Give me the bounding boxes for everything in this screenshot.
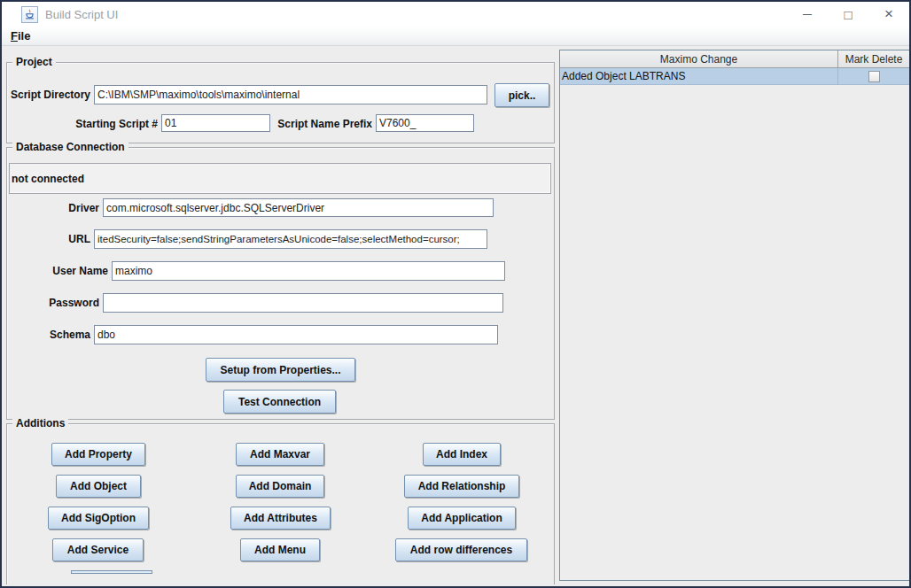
window-title: Build Script UI xyxy=(45,8,118,21)
schema-label: Schema xyxy=(2,328,90,342)
column-header-mark-delete[interactable]: Mark Delete xyxy=(837,50,909,67)
additions-group-title: Additions xyxy=(12,417,68,430)
driver-label: Driver xyxy=(2,201,99,215)
database-connection-group-title: Database Connection xyxy=(12,141,128,154)
clipped-button-edge xyxy=(71,570,152,574)
maximo-change-cell: Added Object LABTRANS xyxy=(560,68,837,84)
add-menu-button[interactable]: Add Menu xyxy=(240,538,320,561)
maximize-icon[interactable]: □ xyxy=(828,2,868,27)
add-application-button[interactable]: Add Application xyxy=(408,507,516,530)
add-domain-button[interactable]: Add Domain xyxy=(236,475,324,498)
test-connection-button[interactable]: Test Connection xyxy=(223,390,336,414)
close-icon[interactable]: × xyxy=(868,2,909,27)
pick-button[interactable]: pick.. xyxy=(494,83,549,107)
add-property-button[interactable]: Add Property xyxy=(51,443,145,466)
maximo-change-table: Maximo Change Mark Delete Added Object L… xyxy=(559,50,909,581)
table-row[interactable]: Added Object LABTRANS xyxy=(560,68,909,85)
add-row-differences-button[interactable]: Add row differences xyxy=(395,538,527,561)
add-attributes-button[interactable]: Add Attributes xyxy=(230,507,331,530)
script-directory-input[interactable] xyxy=(94,85,487,104)
add-relationship-button[interactable]: Add Relationship xyxy=(404,475,519,498)
title-bar[interactable]: Build Script UI ─ □ × xyxy=(2,2,909,27)
schema-input[interactable] xyxy=(94,325,498,344)
url-input[interactable] xyxy=(94,229,487,249)
setup-from-properties-button[interactable]: Setup from Properties... xyxy=(206,358,355,382)
add-sigoption-button[interactable]: Add SigOption xyxy=(48,507,149,530)
column-header-maximo-change[interactable]: Maximo Change xyxy=(560,50,837,67)
java-icon xyxy=(21,6,38,23)
add-service-button[interactable]: Add Service xyxy=(52,538,144,561)
script-name-prefix-label: Script Name Prefix xyxy=(250,117,372,131)
table-header: Maximo Change Mark Delete xyxy=(560,50,909,68)
add-object-button[interactable]: Add Object xyxy=(56,475,141,498)
project-group-title: Project xyxy=(12,56,56,69)
password-input[interactable] xyxy=(103,293,503,313)
add-index-button[interactable]: Add Index xyxy=(423,443,501,466)
user-name-input[interactable] xyxy=(112,261,505,281)
script-directory-label: Script Directory xyxy=(2,88,90,102)
starting-script-label: Starting Script # xyxy=(55,117,158,131)
script-name-prefix-input[interactable] xyxy=(376,114,474,132)
minimize-icon[interactable]: ─ xyxy=(787,2,828,27)
mark-delete-checkbox[interactable] xyxy=(868,71,880,82)
main-content: Project Script Directory pick.. Starting… xyxy=(2,46,909,584)
menu-bar: File xyxy=(2,27,909,46)
menu-file[interactable]: File xyxy=(2,29,39,43)
url-label: URL xyxy=(2,232,90,246)
driver-input[interactable] xyxy=(103,198,494,217)
add-maxvar-button[interactable]: Add Maxvar xyxy=(236,443,324,466)
mark-delete-cell xyxy=(837,68,909,84)
app-window: Build Script UI ─ □ × File Project Scrip… xyxy=(0,0,911,588)
connection-status: not connected xyxy=(9,163,551,194)
window-controls: ─ □ × xyxy=(787,2,909,27)
user-name-label: User Name xyxy=(2,264,108,278)
password-label: Password xyxy=(2,296,99,310)
